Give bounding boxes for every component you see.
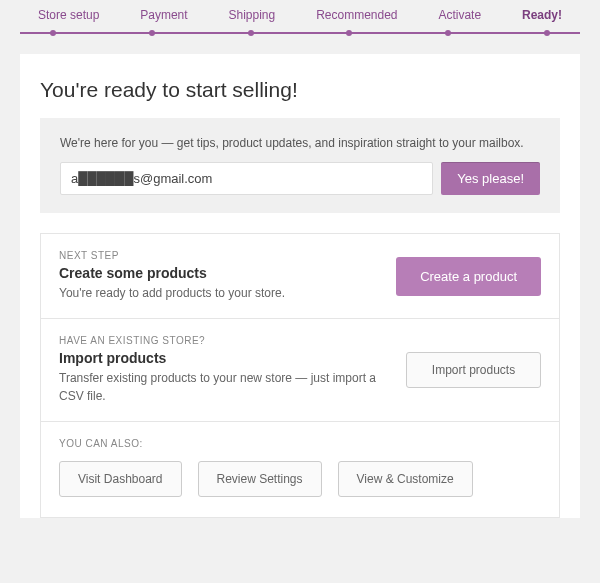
email-field[interactable] [60,162,433,195]
subscribe-button[interactable]: Yes please! [441,162,540,195]
stepper-dot [445,30,451,36]
action-list: NEXT STEP Create some products You're re… [40,233,560,518]
action-row-create-products: NEXT STEP Create some products You're re… [41,234,559,319]
stepper-item-ready[interactable]: Ready! [522,8,562,32]
view-customize-button[interactable]: View & Customize [338,461,473,497]
stepper-dot [248,30,254,36]
stepper-dot [544,30,550,36]
import-products-button[interactable]: Import products [406,352,541,388]
action-desc: You're ready to add products to your sto… [59,284,380,302]
stepper-item-payment[interactable]: Payment [140,8,187,32]
action-row-import-products: HAVE AN EXISTING STORE? Import products … [41,319,559,422]
create-product-button[interactable]: Create a product [396,257,541,296]
visit-dashboard-button[interactable]: Visit Dashboard [59,461,182,497]
stepper-item-activate[interactable]: Activate [438,8,481,32]
main-card: You're ready to start selling! We're her… [20,54,580,518]
action-eyebrow: HAVE AN EXISTING STORE? [59,335,390,346]
subscribe-text: We're here for you — get tips, product u… [60,136,540,150]
also-section: YOU CAN ALSO: Visit Dashboard Review Set… [41,422,559,517]
action-title: Create some products [59,265,380,281]
stepper-dot [346,30,352,36]
action-eyebrow: NEXT STEP [59,250,380,261]
action-title: Import products [59,350,390,366]
action-desc: Transfer existing products to your new s… [59,369,390,405]
stepper-item-store-setup[interactable]: Store setup [38,8,99,32]
also-eyebrow: YOU CAN ALSO: [59,438,541,449]
setup-stepper: Store setup Payment Shipping Recommended… [0,0,600,32]
subscribe-box: We're here for you — get tips, product u… [40,118,560,213]
review-settings-button[interactable]: Review Settings [198,461,322,497]
stepper-dots [20,30,580,36]
stepper-dot [50,30,56,36]
stepper-dot [149,30,155,36]
stepper-item-shipping[interactable]: Shipping [229,8,276,32]
stepper-item-recommended[interactable]: Recommended [316,8,397,32]
page-title: You're ready to start selling! [20,54,580,118]
stepper-progress-line [20,32,580,34]
